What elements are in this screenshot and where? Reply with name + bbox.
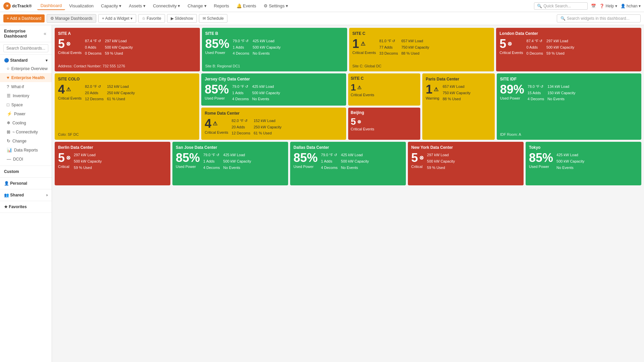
sidebar-title: Enterprise Dashboard [4, 28, 42, 39]
shared-section-header[interactable]: 👥 Shared › [0, 191, 52, 199]
inventory-icon: ☰ [7, 93, 11, 98]
site-idf-stats: 78.0 °F ↺15 Adds4 Decoms [528, 83, 544, 102]
nav-capacity[interactable]: Capacity ▾ [98, 2, 125, 10]
standard-section-header[interactable]: 🔵 Standard ▾ [0, 57, 52, 64]
nav-settings[interactable]: ⚙ Settings ▾ [260, 2, 291, 10]
site-idf-label: Used Power [500, 96, 524, 100]
rome-card[interactable]: Rome Data Center 4 ⚠ Critical Events 82.… [201, 108, 346, 140]
san-jose-stats: 79.0 °F ↺1 Adds4 Decoms [203, 152, 220, 171]
site-idf-card[interactable]: SITE IDF 89% Used Power 78.0 °F ↺15 Adds… [497, 73, 641, 140]
dallas-card[interactable]: Dallas Data Center 85% Used Power 79.0 °… [290, 142, 406, 185]
calendar-button[interactable]: 📅 [591, 4, 596, 8]
add-widget-button[interactable]: + Add a Widget ▾ [98, 14, 136, 23]
widget-search[interactable]: 🔍 Search widgets in this dashboard... [557, 14, 641, 22]
sidebar-item-what-if[interactable]: ? What-if [0, 82, 52, 91]
collapse-sidebar-button[interactable]: « [42, 30, 48, 37]
new-york-number: 5 ⊗ [411, 152, 424, 164]
space-icon: □ [7, 102, 9, 107]
slideshow-button[interactable]: ▶ Slideshow [167, 14, 197, 23]
nav-visualization[interactable]: Visualization [66, 2, 97, 10]
site-b-footer: Site B: Regional DC1 [205, 64, 344, 68]
sidebar-item-space[interactable]: □ Space [0, 100, 52, 109]
beijing-card[interactable]: Beijing 5 ⊗ Critical Events [348, 108, 421, 140]
site-colo-label: Critical Events [58, 96, 82, 100]
change-label: Change [12, 139, 26, 143]
schedule-button[interactable]: ✉ Schedule [199, 14, 227, 23]
what-if-icon: ? [7, 84, 9, 89]
main-content: SITE A 5 ⊗ Critical Events 87.4 °F ↺0 Ad… [52, 25, 644, 362]
nav-reports[interactable]: Reports [211, 2, 233, 10]
sidebar-section-personal: 👤 Personal [0, 178, 52, 189]
san-jose-card[interactable]: San Jose Data Center 85% Used Power 79.0… [172, 142, 288, 185]
site-colo-card[interactable]: SITE COLO 4 ⚠ Critical Events 82.0 °F ↺2… [55, 73, 199, 140]
favorite-button[interactable]: ☆ Favorite [138, 14, 165, 23]
custom-label: Custom [4, 169, 19, 174]
jersey-city-stats2: 425 kW Load500 kW CapacityNo Events [252, 83, 280, 102]
beijing-metric: 5 ⊗ Critical Events [351, 117, 374, 131]
site-idf-footer: IDF Room: A [500, 132, 638, 136]
new-york-title: New York Data Center [411, 145, 520, 150]
sidebar-item-cooling[interactable]: ❄ Cooling [0, 118, 52, 127]
logo-text: ☀ [6, 4, 9, 8]
site-b-card[interactable]: SITE B 85% Used Power 79.0 °F ↺1 Adds4 D… [202, 28, 347, 71]
dallas-stats: 79.0 °F ↺1 Adds4 Decoms [321, 152, 338, 171]
site-colo-stats: 82.0 °F ↺20 Adds12 Decoms [85, 83, 104, 102]
sidebar-item-connectivity[interactable]: ⊠ ~ Connectivity [0, 127, 52, 136]
quick-search[interactable]: 🔍 Quick Search... [534, 2, 588, 10]
site-a-stats2: 297 kW Load500 kW Capacity59 % Used [105, 38, 133, 57]
sidebar-item-power[interactable]: ⚡ Power [0, 109, 52, 118]
berlin-card[interactable]: Berlin Data Center 5 ⊗ Critical 297 kW L… [55, 142, 170, 185]
row2-stack2: SITE C 1 ⚠ Critical Events Beijing 5 ⊗ C… [348, 73, 421, 140]
london-metric: 5 ⊗ Critical Events [499, 38, 523, 55]
berlin-body: 5 ⊗ Critical 297 kW Load500 kW Capacity5… [58, 152, 167, 182]
nav-connectivity[interactable]: Connectivity ▾ [150, 2, 183, 10]
sidebar-item-dcoi[interactable]: — DCOI [0, 155, 52, 164]
site-c-top-card[interactable]: SITE C 1 ⚠ Critical Events 81.0 °F ↺77 A… [349, 28, 494, 71]
beijing-site-c-card[interactable]: SITE C 1 ⚠ Critical Events [348, 73, 421, 106]
beijing-site-c-body: 1 ⚠ Critical Events [351, 83, 418, 103]
connectivity-label: ~ Connectivity [12, 130, 38, 134]
london-card[interactable]: London Data Center 5 ⊗ Critical Events 8… [496, 28, 641, 71]
personal-section-header[interactable]: 👤 Personal [0, 180, 52, 187]
custom-section-header[interactable]: Custom [0, 168, 52, 175]
help-button[interactable]: ❓ Help ▾ [599, 4, 617, 8]
user-menu[interactable]: 👤 hchan ▾ [621, 4, 641, 8]
beijing-title: Beijing [351, 110, 418, 115]
new-york-metric: 5 ⊗ Critical [411, 152, 424, 169]
sidebar-search-input[interactable] [3, 44, 48, 52]
site-a-card[interactable]: SITE A 5 ⊗ Critical Events 87.4 °F ↺0 Ad… [55, 28, 200, 71]
standard-chevron: ▾ [46, 58, 48, 63]
tokyo-card[interactable]: Tokyo 85% Used Power 425 kW Load500 kW C… [526, 142, 641, 185]
beijing-site-c-title: SITE C [351, 76, 418, 81]
new-york-stats: 297 kW Load500 kW Capacity59 % Used [427, 152, 455, 171]
sidebar-item-inventory[interactable]: ☰ Inventory [0, 91, 52, 100]
jersey-city-stats: 79.0 °F ↺1 Adds4 Decoms [232, 83, 249, 102]
sidebar-item-data-reports[interactable]: 📊 Data Reports [0, 145, 52, 155]
site-idf-body: 89% Used Power 78.0 °F ↺15 Adds4 Decoms … [500, 83, 638, 130]
favorites-section-header[interactable]: ★ Favorites [0, 203, 52, 210]
san-jose-label: Used Power [176, 165, 200, 169]
tokyo-label: Used Power [529, 165, 553, 169]
nav-assets[interactable]: Assets ▾ [125, 2, 149, 10]
jersey-city-card[interactable]: Jersey City Data Center 85% Used Power 7… [201, 73, 346, 106]
london-stats: 87.4 °F ↺0 Adds0 Decoms [527, 38, 543, 57]
sidebar-item-change[interactable]: ↻ Change [0, 136, 52, 145]
nav-dashboard[interactable]: Dashboard [37, 2, 65, 10]
sidebar-item-enterprise-overview[interactable]: ○ Enterprise Overview [0, 64, 52, 73]
rome-label: Critical Events [205, 130, 228, 134]
nav-events[interactable]: 🔔 Events [233, 2, 260, 10]
manage-dashboards-button[interactable]: ⚙ Manage Dashboards [47, 14, 96, 23]
site-c-top-number: 1 ⚠ [353, 38, 376, 50]
dallas-label: Used Power [293, 165, 318, 169]
sidebar-section-favorites: ★ Favorites [0, 201, 52, 213]
paris-card[interactable]: Paris Data Center 1 ⚠ Warning 657 kW Loa… [422, 73, 495, 140]
dallas-number: 85% [293, 152, 318, 164]
new-york-card[interactable]: New York Data Center 5 ⊗ Critical 297 kW… [408, 142, 524, 185]
rome-title: Rome Data Center [205, 111, 342, 116]
beijing-label: Critical Events [351, 127, 374, 131]
site-colo-stats2: 152 kW Load250 kW Capacity61 % Used [107, 83, 135, 102]
san-jose-metric: 85% Used Power [176, 152, 200, 169]
add-dashboard-button[interactable]: + Add a Dashboard [3, 14, 45, 22]
nav-change[interactable]: Change ▾ [184, 2, 210, 10]
sidebar-item-enterprise-health[interactable]: ♥ Enterprise Health [0, 73, 52, 82]
